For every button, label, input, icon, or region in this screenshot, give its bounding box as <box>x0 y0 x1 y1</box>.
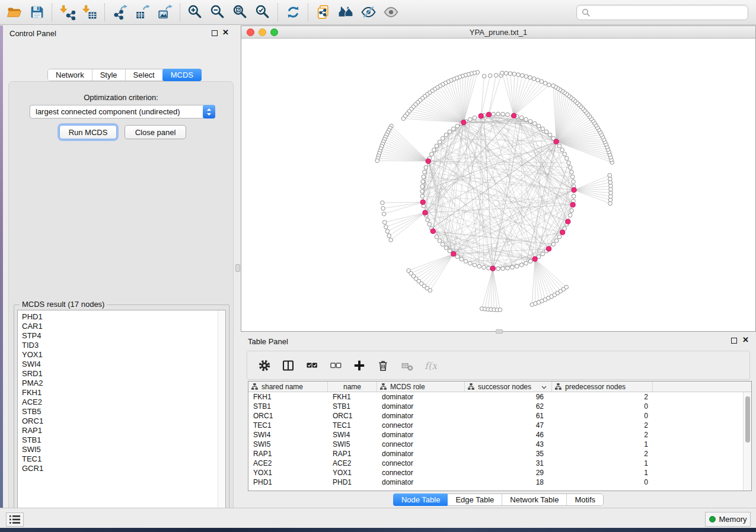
table-cell[interactable]: 2 <box>552 421 653 430</box>
table-cell[interactable]: 2 <box>552 449 653 459</box>
table-cell[interactable]: SWI4 <box>328 430 377 440</box>
table-cell[interactable]: PHD1 <box>248 477 328 487</box>
tab-mcds[interactable]: MCDS <box>162 69 202 81</box>
mcds-result-item[interactable]: ORC1 <box>22 416 225 426</box>
node-table[interactable]: shared namenameMCDS rolesuccessor nodesp… <box>248 381 752 491</box>
table-cell[interactable]: FKH1 <box>248 392 328 402</box>
export-table-icon[interactable] <box>133 3 152 22</box>
unselect-all-icon[interactable] <box>328 358 343 373</box>
table-cell[interactable]: STB1 <box>248 402 328 411</box>
table-row[interactable]: YOX1YOX1connector291 <box>248 468 751 477</box>
table-cell[interactable]: RAP1 <box>328 449 377 459</box>
table-cell[interactable]: SWI5 <box>248 440 328 449</box>
table-cell[interactable]: 0 <box>552 402 653 411</box>
tab-network[interactable]: Network <box>48 69 92 81</box>
table-cell[interactable]: 0 <box>552 477 653 487</box>
tab-edge-table[interactable]: Edge Table <box>448 494 502 505</box>
zoom-selected-icon[interactable] <box>253 3 272 22</box>
run-mcds-button[interactable]: Run MCDS <box>59 125 117 139</box>
mcds-result-item[interactable]: PMA2 <box>22 379 225 388</box>
table-cell[interactable]: YOX1 <box>328 468 377 477</box>
dropdown-spinner-icon[interactable] <box>203 105 215 118</box>
tab-node-table[interactable]: Node Table <box>393 493 449 506</box>
mcds-result-item[interactable]: STP4 <box>22 331 225 341</box>
table-row[interactable]: TEC1TEC1connector472 <box>248 421 751 430</box>
open-session-icon[interactable] <box>5 3 24 22</box>
table-cell[interactable]: SWI5 <box>328 440 377 449</box>
table-cell[interactable]: 31 <box>465 459 552 468</box>
vertical-splitter-handle[interactable] <box>235 264 240 272</box>
mcds-result-item[interactable]: FKH1 <box>22 388 225 398</box>
table-cell[interactable]: 2 <box>552 392 653 402</box>
mcds-result-item[interactable]: SWI4 <box>22 360 225 369</box>
table-cell[interactable]: 62 <box>465 402 552 411</box>
table-cell[interactable]: 47 <box>465 421 552 430</box>
table-row[interactable]: SWI5SWI5connector431 <box>248 440 751 449</box>
column-header-successor-nodes[interactable]: successor nodes <box>465 382 552 392</box>
table-cell[interactable]: 0 <box>552 411 653 421</box>
tab-style[interactable]: Style <box>92 69 126 81</box>
mcds-result-item[interactable]: PHD1 <box>22 312 225 322</box>
table-cell[interactable]: ACE2 <box>328 459 377 468</box>
table-cell[interactable]: TEC1 <box>248 421 328 430</box>
table-cell[interactable]: 2 <box>552 430 653 440</box>
criterion-dropdown[interactable]: largest connected component (undirected) <box>30 105 215 118</box>
table-cell[interactable]: dominator <box>377 402 465 411</box>
import-network-icon[interactable] <box>58 3 76 22</box>
table-cell[interactable]: PHD1 <box>328 477 377 487</box>
search-box[interactable] <box>576 5 748 20</box>
table-cell[interactable]: connector <box>377 468 465 477</box>
zoom-fit-icon[interactable] <box>231 3 250 22</box>
mcds-result-item[interactable]: TID3 <box>22 341 225 350</box>
table-cell[interactable]: connector <box>377 421 465 430</box>
table-cell[interactable]: 43 <box>465 440 552 449</box>
close-table-panel-icon[interactable]: ✕ <box>742 336 749 344</box>
close-panel-button[interactable]: Close panel <box>125 125 186 139</box>
settings-icon[interactable] <box>257 358 272 373</box>
table-row[interactable]: FKH1FKH1dominator962 <box>248 392 751 402</box>
export-network-icon[interactable] <box>110 3 129 22</box>
table-cell[interactable]: FKH1 <box>328 392 377 402</box>
search-input[interactable] <box>594 8 743 17</box>
tab-network-table[interactable]: Network Table <box>502 494 567 505</box>
mcds-result-item[interactable]: GCR1 <box>22 464 225 473</box>
delete-entry-icon[interactable] <box>376 358 390 373</box>
table-cell[interactable]: 61 <box>465 411 552 421</box>
close-window-icon[interactable]: ✕ <box>222 28 229 37</box>
table-cell[interactable]: 46 <box>465 430 552 440</box>
table-cell[interactable]: RAP1 <box>248 449 328 459</box>
float-table-panel-icon[interactable] <box>731 338 737 344</box>
table-cell[interactable]: connector <box>377 440 465 449</box>
mcds-result-item[interactable]: ACE2 <box>22 398 225 407</box>
table-row[interactable]: PHD1PHD1dominator180 <box>248 477 751 487</box>
table-scrollbar[interactable] <box>743 392 751 491</box>
column-header-MCDS-role[interactable]: MCDS role <box>377 382 465 392</box>
mcds-result-item[interactable]: STB1 <box>22 435 225 445</box>
mcds-result-item[interactable]: SRD1 <box>22 369 225 379</box>
table-cell[interactable]: 96 <box>465 392 552 402</box>
table-cell[interactable]: connector <box>377 459 465 468</box>
table-cell[interactable]: 1 <box>552 459 653 468</box>
mcds-result-item[interactable]: RAP1 <box>22 426 225 435</box>
table-cell[interactable]: dominator <box>377 392 465 402</box>
split-columns-icon[interactable] <box>281 358 295 373</box>
table-row[interactable]: STB1STB1dominator620 <box>248 402 751 411</box>
table-cell[interactable]: dominator <box>377 411 465 421</box>
table-cell[interactable]: dominator <box>377 449 465 459</box>
table-cell[interactable]: ORC1 <box>248 411 328 421</box>
table-cell[interactable]: YOX1 <box>248 468 328 477</box>
table-row[interactable]: SWI4SWI4dominator462 <box>248 430 751 440</box>
table-cell[interactable]: ACE2 <box>248 459 328 468</box>
mcds-result-item[interactable]: SWI5 <box>22 445 225 454</box>
network-window-titlebar[interactable]: YPA_prune.txt_1 <box>241 26 755 39</box>
mcds-result-item[interactable]: YOX1 <box>22 350 225 360</box>
column-header-name[interactable]: name <box>328 382 377 392</box>
hide-graphics-details-icon[interactable] <box>359 3 378 22</box>
import-table-icon[interactable] <box>80 3 99 22</box>
table-cell[interactable]: STB1 <box>328 402 377 411</box>
save-session-icon[interactable] <box>27 3 46 22</box>
task-history-button[interactable] <box>6 512 24 527</box>
mcds-result-item[interactable]: TEC1 <box>22 454 225 464</box>
tab-select[interactable]: Select <box>126 69 163 81</box>
zoom-out-icon[interactable] <box>208 3 227 22</box>
